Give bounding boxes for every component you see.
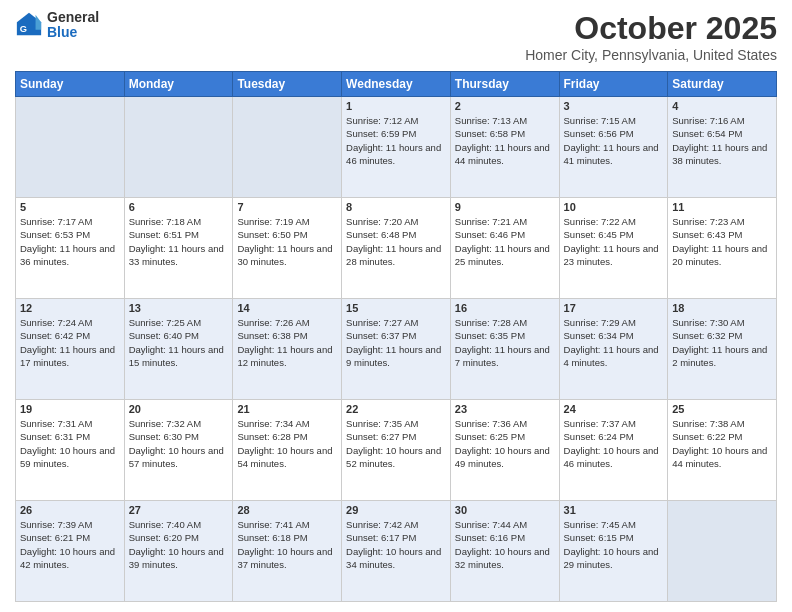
calendar-cell: 2Sunrise: 7:13 AMSunset: 6:58 PMDaylight… (450, 97, 559, 198)
day-number: 28 (237, 504, 337, 516)
day-info: Sunrise: 7:45 AMSunset: 6:15 PMDaylight:… (564, 518, 664, 571)
day-info: Sunrise: 7:23 AMSunset: 6:43 PMDaylight:… (672, 215, 772, 268)
calendar-cell: 1Sunrise: 7:12 AMSunset: 6:59 PMDaylight… (342, 97, 451, 198)
day-info: Sunrise: 7:34 AMSunset: 6:28 PMDaylight:… (237, 417, 337, 470)
day-number: 26 (20, 504, 120, 516)
day-number: 20 (129, 403, 229, 415)
logo: G General Blue (15, 10, 99, 41)
day-number: 16 (455, 302, 555, 314)
calendar-cell: 13Sunrise: 7:25 AMSunset: 6:40 PMDayligh… (124, 299, 233, 400)
calendar-table: SundayMondayTuesdayWednesdayThursdayFrid… (15, 71, 777, 602)
day-info: Sunrise: 7:44 AMSunset: 6:16 PMDaylight:… (455, 518, 555, 571)
day-info: Sunrise: 7:17 AMSunset: 6:53 PMDaylight:… (20, 215, 120, 268)
calendar-cell: 22Sunrise: 7:35 AMSunset: 6:27 PMDayligh… (342, 400, 451, 501)
calendar-header-friday: Friday (559, 72, 668, 97)
calendar-cell: 7Sunrise: 7:19 AMSunset: 6:50 PMDaylight… (233, 198, 342, 299)
day-number: 14 (237, 302, 337, 314)
calendar-cell (233, 97, 342, 198)
day-info: Sunrise: 7:24 AMSunset: 6:42 PMDaylight:… (20, 316, 120, 369)
day-number: 25 (672, 403, 772, 415)
day-info: Sunrise: 7:30 AMSunset: 6:32 PMDaylight:… (672, 316, 772, 369)
calendar-header-sunday: Sunday (16, 72, 125, 97)
day-number: 24 (564, 403, 664, 415)
svg-marker-1 (36, 15, 42, 30)
calendar-week-4: 19Sunrise: 7:31 AMSunset: 6:31 PMDayligh… (16, 400, 777, 501)
day-info: Sunrise: 7:32 AMSunset: 6:30 PMDaylight:… (129, 417, 229, 470)
day-info: Sunrise: 7:21 AMSunset: 6:46 PMDaylight:… (455, 215, 555, 268)
day-number: 2 (455, 100, 555, 112)
day-info: Sunrise: 7:40 AMSunset: 6:20 PMDaylight:… (129, 518, 229, 571)
day-info: Sunrise: 7:36 AMSunset: 6:25 PMDaylight:… (455, 417, 555, 470)
calendar-header-thursday: Thursday (450, 72, 559, 97)
calendar-cell: 3Sunrise: 7:15 AMSunset: 6:56 PMDaylight… (559, 97, 668, 198)
day-info: Sunrise: 7:15 AMSunset: 6:56 PMDaylight:… (564, 114, 664, 167)
day-number: 21 (237, 403, 337, 415)
calendar-header-wednesday: Wednesday (342, 72, 451, 97)
month-title: October 2025 (525, 10, 777, 47)
day-number: 29 (346, 504, 446, 516)
calendar-header-tuesday: Tuesday (233, 72, 342, 97)
calendar-cell: 14Sunrise: 7:26 AMSunset: 6:38 PMDayligh… (233, 299, 342, 400)
calendar-cell: 20Sunrise: 7:32 AMSunset: 6:30 PMDayligh… (124, 400, 233, 501)
day-number: 18 (672, 302, 772, 314)
calendar-cell: 19Sunrise: 7:31 AMSunset: 6:31 PMDayligh… (16, 400, 125, 501)
day-number: 19 (20, 403, 120, 415)
day-info: Sunrise: 7:41 AMSunset: 6:18 PMDaylight:… (237, 518, 337, 571)
calendar-week-3: 12Sunrise: 7:24 AMSunset: 6:42 PMDayligh… (16, 299, 777, 400)
calendar-cell: 11Sunrise: 7:23 AMSunset: 6:43 PMDayligh… (668, 198, 777, 299)
day-info: Sunrise: 7:12 AMSunset: 6:59 PMDaylight:… (346, 114, 446, 167)
day-info: Sunrise: 7:19 AMSunset: 6:50 PMDaylight:… (237, 215, 337, 268)
calendar-week-2: 5Sunrise: 7:17 AMSunset: 6:53 PMDaylight… (16, 198, 777, 299)
calendar-cell: 8Sunrise: 7:20 AMSunset: 6:48 PMDaylight… (342, 198, 451, 299)
calendar-cell: 10Sunrise: 7:22 AMSunset: 6:45 PMDayligh… (559, 198, 668, 299)
day-info: Sunrise: 7:13 AMSunset: 6:58 PMDaylight:… (455, 114, 555, 167)
calendar-cell: 16Sunrise: 7:28 AMSunset: 6:35 PMDayligh… (450, 299, 559, 400)
calendar-cell: 21Sunrise: 7:34 AMSunset: 6:28 PMDayligh… (233, 400, 342, 501)
day-number: 30 (455, 504, 555, 516)
day-info: Sunrise: 7:27 AMSunset: 6:37 PMDaylight:… (346, 316, 446, 369)
day-info: Sunrise: 7:26 AMSunset: 6:38 PMDaylight:… (237, 316, 337, 369)
day-number: 13 (129, 302, 229, 314)
svg-text:G: G (20, 24, 27, 34)
day-info: Sunrise: 7:20 AMSunset: 6:48 PMDaylight:… (346, 215, 446, 268)
day-info: Sunrise: 7:38 AMSunset: 6:22 PMDaylight:… (672, 417, 772, 470)
day-number: 7 (237, 201, 337, 213)
calendar-cell: 12Sunrise: 7:24 AMSunset: 6:42 PMDayligh… (16, 299, 125, 400)
day-number: 12 (20, 302, 120, 314)
day-number: 8 (346, 201, 446, 213)
day-info: Sunrise: 7:39 AMSunset: 6:21 PMDaylight:… (20, 518, 120, 571)
day-number: 4 (672, 100, 772, 112)
calendar-cell: 5Sunrise: 7:17 AMSunset: 6:53 PMDaylight… (16, 198, 125, 299)
day-number: 3 (564, 100, 664, 112)
day-info: Sunrise: 7:22 AMSunset: 6:45 PMDaylight:… (564, 215, 664, 268)
location-title: Homer City, Pennsylvania, United States (525, 47, 777, 63)
calendar-cell (16, 97, 125, 198)
calendar-cell: 25Sunrise: 7:38 AMSunset: 6:22 PMDayligh… (668, 400, 777, 501)
day-info: Sunrise: 7:31 AMSunset: 6:31 PMDaylight:… (20, 417, 120, 470)
day-info: Sunrise: 7:29 AMSunset: 6:34 PMDaylight:… (564, 316, 664, 369)
logo-blue-text: Blue (47, 25, 99, 40)
day-number: 22 (346, 403, 446, 415)
day-number: 5 (20, 201, 120, 213)
calendar-cell: 18Sunrise: 7:30 AMSunset: 6:32 PMDayligh… (668, 299, 777, 400)
calendar-cell: 4Sunrise: 7:16 AMSunset: 6:54 PMDaylight… (668, 97, 777, 198)
calendar-cell: 6Sunrise: 7:18 AMSunset: 6:51 PMDaylight… (124, 198, 233, 299)
day-number: 9 (455, 201, 555, 213)
day-number: 6 (129, 201, 229, 213)
calendar-cell (124, 97, 233, 198)
day-info: Sunrise: 7:16 AMSunset: 6:54 PMDaylight:… (672, 114, 772, 167)
day-info: Sunrise: 7:35 AMSunset: 6:27 PMDaylight:… (346, 417, 446, 470)
calendar-cell: 28Sunrise: 7:41 AMSunset: 6:18 PMDayligh… (233, 501, 342, 602)
calendar-header-monday: Monday (124, 72, 233, 97)
day-number: 11 (672, 201, 772, 213)
calendar-cell: 29Sunrise: 7:42 AMSunset: 6:17 PMDayligh… (342, 501, 451, 602)
day-number: 17 (564, 302, 664, 314)
day-info: Sunrise: 7:18 AMSunset: 6:51 PMDaylight:… (129, 215, 229, 268)
day-number: 27 (129, 504, 229, 516)
calendar-header-row: SundayMondayTuesdayWednesdayThursdayFrid… (16, 72, 777, 97)
day-number: 15 (346, 302, 446, 314)
day-number: 1 (346, 100, 446, 112)
day-number: 23 (455, 403, 555, 415)
calendar-week-5: 26Sunrise: 7:39 AMSunset: 6:21 PMDayligh… (16, 501, 777, 602)
calendar-cell: 27Sunrise: 7:40 AMSunset: 6:20 PMDayligh… (124, 501, 233, 602)
